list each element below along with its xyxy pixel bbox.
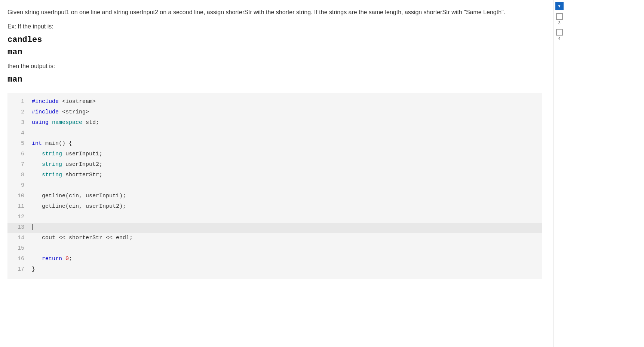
line-num-13: 13 <box>11 223 24 232</box>
output-label: then the output is: <box>7 63 542 70</box>
code-line-16: 16 return 0; <box>7 254 542 265</box>
example-input-line1: candles <box>7 35 542 45</box>
line-content-11: getline(cin, userInput2); <box>32 202 539 211</box>
code-line-7: 7 string userInput2; <box>7 160 542 170</box>
code-line-10: 10 getline(cin, userInput1); <box>7 191 542 202</box>
line-content-10: getline(cin, userInput1); <box>32 191 539 201</box>
sidebar-box-2[interactable] <box>556 29 563 36</box>
line-content-17: } <box>32 265 539 274</box>
example-label: Ex: If the input is: <box>7 23 542 30</box>
example-output: man <box>7 75 542 84</box>
line-num-5: 5 <box>11 139 24 149</box>
code-block: 1 #include <iostream> 2 #include <string… <box>7 93 542 279</box>
code-line-3: 3 using namespace std; <box>7 118 542 128</box>
line-num-12: 12 <box>11 212 24 222</box>
line-num-16: 16 <box>11 254 24 264</box>
sidebar-btn-blue[interactable]: ▼ <box>555 2 564 10</box>
code-line-8: 8 string shorterStr; <box>7 170 542 181</box>
line-num-10: 10 <box>11 191 24 201</box>
code-line-14: 14 cout << shorterStr << endl; <box>7 233 542 244</box>
sidebar-box-1[interactable] <box>556 13 563 20</box>
sidebar-number-4: 4 <box>558 36 560 41</box>
code-line-15: 15 <box>7 244 542 254</box>
line-num-9: 9 <box>11 181 24 191</box>
example-input-line2: man <box>7 48 542 57</box>
sidebar-number-3: 3 <box>558 21 560 25</box>
line-content-14: cout << shorterStr << endl; <box>32 233 539 243</box>
code-line-12: 12 <box>7 212 542 223</box>
line-num-6: 6 <box>11 149 24 159</box>
line-num-8: 8 <box>11 170 24 180</box>
line-num-2: 2 <box>11 107 24 117</box>
code-line-5: 5 int main() { <box>7 139 542 149</box>
line-content-5: int main() { <box>32 139 539 149</box>
code-line-1: 1 #include <iostream> <box>7 97 542 107</box>
description-text: Given string userInput1 on one line and … <box>7 7 542 17</box>
line-num-15: 15 <box>11 244 24 253</box>
code-line-6: 6 string userInput1; <box>7 149 542 160</box>
line-content-8: string shorterStr; <box>32 170 539 180</box>
code-line-17: 17 } <box>7 265 542 275</box>
line-num-7: 7 <box>11 160 24 170</box>
code-line-4: 4 <box>7 128 542 139</box>
sidebar: ▼ 3 4 <box>553 0 565 347</box>
line-content-7: string userInput2; <box>32 160 539 170</box>
code-line-2: 2 #include <string> <box>7 107 542 118</box>
code-line-13[interactable]: 13 <box>7 223 542 233</box>
line-content-13 <box>32 223 539 232</box>
code-line-9: 9 <box>7 181 542 191</box>
line-content-6: string userInput1; <box>32 149 539 159</box>
line-content-3: using namespace std; <box>32 118 539 128</box>
line-num-3: 3 <box>11 118 24 128</box>
line-num-11: 11 <box>11 202 24 211</box>
line-num-1: 1 <box>11 97 24 107</box>
main-content: Given string userInput1 on one line and … <box>0 0 553 347</box>
line-content-16: return 0; <box>32 254 539 264</box>
line-num-17: 17 <box>11 265 24 274</box>
line-num-14: 14 <box>11 233 24 243</box>
line-num-4: 4 <box>11 128 24 138</box>
line-content-2: #include <string> <box>32 107 539 117</box>
code-line-11: 11 getline(cin, userInput2); <box>7 202 542 212</box>
line-content-1: #include <iostream> <box>32 97 539 107</box>
